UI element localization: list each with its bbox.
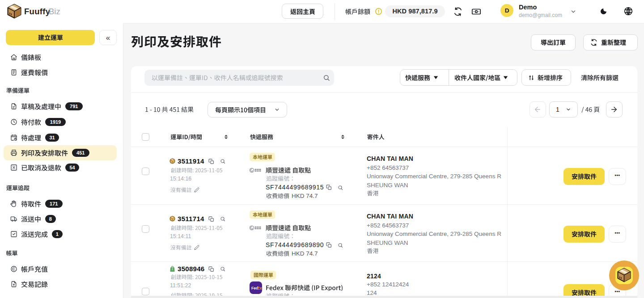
svg-text:Ex: Ex [257,286,262,290]
